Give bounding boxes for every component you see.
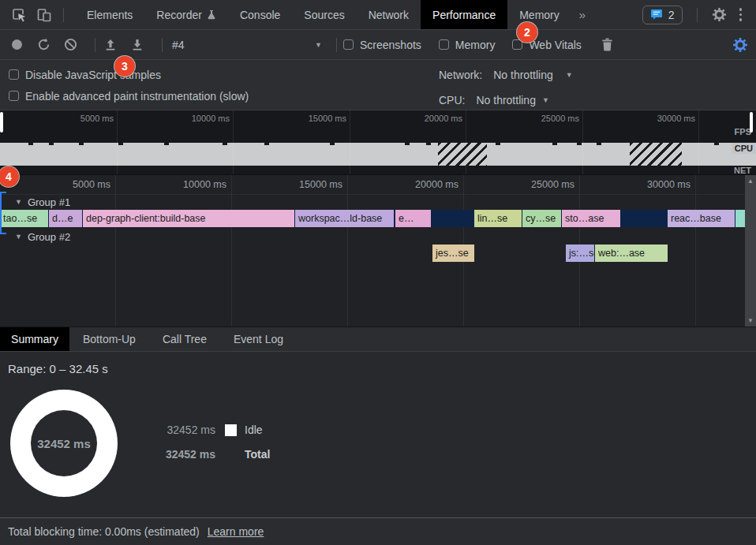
flame-scrollbar[interactable]: ▲ ▼ xyxy=(745,175,756,327)
overview-gridline xyxy=(698,110,699,174)
tab-memory[interactable]: Memory xyxy=(507,0,571,29)
timeline-overview[interactable]: FPS CPU NET 5000 ms10000 ms15000 ms20000… xyxy=(0,110,756,175)
cpu-notch xyxy=(597,143,601,145)
flame-bar[interactable]: cy…se xyxy=(522,210,561,227)
flame-tick-label: 30000 ms xyxy=(647,179,691,190)
cpu-notch xyxy=(552,143,557,145)
tab-performance[interactable]: Performance xyxy=(421,0,507,29)
flame-bar[interactable]: jes…se xyxy=(432,245,474,262)
flame-bar[interactable]: tao…se xyxy=(0,210,48,227)
checkbox-box xyxy=(9,91,19,101)
overview-tick-label: 30000 ms xyxy=(657,114,695,123)
trash-icon[interactable] xyxy=(599,36,616,54)
tab-bottom-up[interactable]: Bottom-Up xyxy=(69,327,149,351)
collapse-triangle-icon: ▼ xyxy=(15,198,22,206)
overview-right-handle[interactable] xyxy=(750,112,753,133)
more-options-menu-icon[interactable] xyxy=(735,6,747,23)
flame-chart[interactable]: ▼ Group #1 tao…sed…edep-graph-client:bui… xyxy=(0,175,756,327)
cpu-notch xyxy=(330,143,335,145)
ruler-divider xyxy=(0,194,745,195)
cpu-notch xyxy=(426,143,431,145)
network-throttling-select[interactable]: Network: No throttling ▼ xyxy=(439,69,573,81)
checkbox-box xyxy=(439,39,449,50)
overview-gridline xyxy=(233,110,234,174)
cpu-activity-strip xyxy=(0,143,756,166)
checkbox-box xyxy=(343,39,354,50)
overview-tick-label: 20000 ms xyxy=(425,114,462,123)
fps-lane-label: FPS xyxy=(735,127,751,136)
net-lane-label: NET xyxy=(734,166,751,175)
flame-bar[interactable]: workspac…ld-base xyxy=(295,210,394,227)
flame-bar[interactable]: dep-graph-client:build-base xyxy=(83,210,294,227)
tab-call-tree[interactable]: Call Tree xyxy=(149,327,220,351)
disable-js-samples-checkbox[interactable]: Disable JavaScript samples xyxy=(0,64,756,85)
annotation-badge: 3 xyxy=(114,56,135,77)
cpu-notch xyxy=(264,143,269,145)
issues-counter[interactable]: 2 xyxy=(642,6,683,24)
cpu-notch xyxy=(118,143,123,145)
record-button[interactable] xyxy=(8,36,25,54)
idle-swatch xyxy=(225,424,237,436)
tab-console[interactable]: Console xyxy=(228,0,292,29)
screenshots-checkbox[interactable]: Screenshots xyxy=(343,39,421,51)
learn-more-link[interactable]: Learn more xyxy=(208,525,264,538)
flame-tick-label: 20000 ms xyxy=(415,179,458,190)
divider xyxy=(336,38,337,52)
save-profile-icon[interactable] xyxy=(129,36,146,54)
divider xyxy=(162,38,163,52)
issues-bubble-icon xyxy=(650,9,663,21)
annotation-badge: 2 xyxy=(517,22,537,43)
detail-tab-bar: Summary Bottom-Up Call Tree Event Log xyxy=(0,327,756,352)
cpu-notch xyxy=(714,143,719,145)
divider xyxy=(63,8,64,22)
flame-bar[interactable]: reac…base xyxy=(668,210,735,227)
inspect-element-icon[interactable] xyxy=(11,7,27,23)
reload-and-record-button[interactable] xyxy=(35,36,52,54)
memory-checkbox[interactable]: Memory xyxy=(439,39,496,51)
flame-bar[interactable]: web:…ase xyxy=(595,245,668,262)
overview-gridline xyxy=(350,110,350,174)
divider xyxy=(697,8,698,22)
advanced-paint-checkbox[interactable]: Enable advanced paint instrumentation (s… xyxy=(0,85,756,106)
cpu-notch xyxy=(164,143,169,145)
cpu-busy-hatch xyxy=(630,143,682,166)
flame-bar[interactable]: js:…se xyxy=(566,245,594,262)
cpu-lane-label: CPU xyxy=(732,143,756,154)
device-toolbar-icon[interactable] xyxy=(36,7,52,23)
capture-settings-gear-icon[interactable] xyxy=(732,37,748,53)
overview-gridline xyxy=(466,110,466,174)
legend-row-idle: 32452 ms Idle xyxy=(163,423,270,437)
load-profile-icon[interactable] xyxy=(102,36,119,54)
tab-recorder[interactable]: Recorder xyxy=(144,0,228,29)
range-label: Range: 0 – 32.45 s xyxy=(8,362,108,375)
more-tabs-button[interactable]: » xyxy=(571,0,593,29)
tab-summary[interactable]: Summary xyxy=(0,327,69,351)
tab-elements[interactable]: Elements xyxy=(75,0,144,29)
scroll-down-icon[interactable]: ▼ xyxy=(745,317,756,324)
flame-group2-header[interactable]: ▼ Group #2 xyxy=(0,230,70,244)
overview-gridline xyxy=(117,110,118,174)
cpu-throttling-select[interactable]: CPU: No throttling ▼ xyxy=(439,94,549,106)
flame-bar[interactable]: sto…ase xyxy=(562,210,620,227)
flame-bar[interactable]: lin…se xyxy=(474,210,522,227)
flame-tick-label: 15000 ms xyxy=(299,179,342,190)
recording-select[interactable]: #4 ▼ xyxy=(172,39,322,51)
legend-row-total: 32452 ms Total xyxy=(163,447,270,461)
selection-bracket xyxy=(0,192,6,234)
status-footer: Total blocking time: 0.00ms (estimated) … xyxy=(0,517,756,545)
scroll-up-icon[interactable]: ▲ xyxy=(745,177,756,185)
overview-gridline xyxy=(582,110,583,174)
flame-bar[interactable]: e… xyxy=(395,210,431,227)
devtools-tab-bar: Elements Recorder Console Sources Networ… xyxy=(0,0,756,30)
flame-bar[interactable] xyxy=(735,210,745,227)
clear-recordings-icon[interactable] xyxy=(62,36,79,54)
tab-sources[interactable]: Sources xyxy=(292,0,356,29)
overview-left-handle[interactable] xyxy=(0,112,3,133)
tab-network[interactable]: Network xyxy=(357,0,421,29)
flame-tick-label: 25000 ms xyxy=(531,179,574,190)
settings-gear-icon[interactable] xyxy=(712,7,727,22)
issues-count: 2 xyxy=(668,9,675,21)
flame-bar[interactable]: d…e xyxy=(49,210,82,227)
flame-group1-header[interactable]: ▼ Group #1 xyxy=(0,195,70,209)
tab-event-log[interactable]: Event Log xyxy=(220,327,297,351)
